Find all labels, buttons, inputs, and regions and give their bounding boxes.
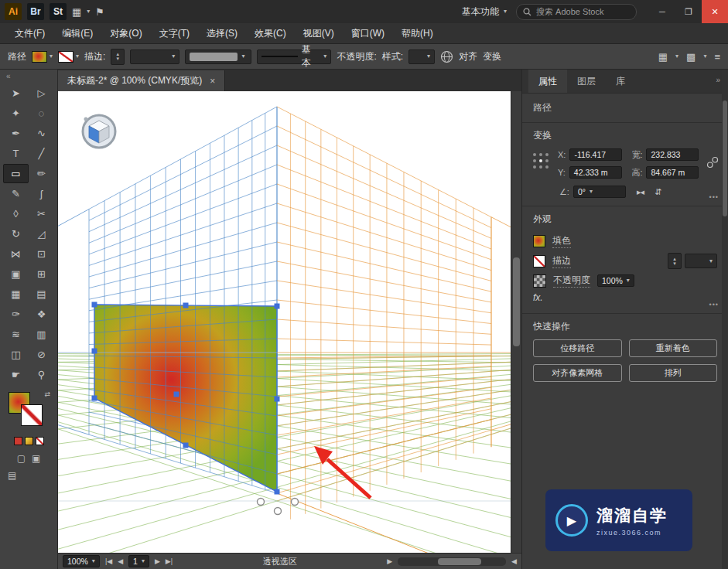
- panel-scrollbar[interactable]: [722, 70, 728, 569]
- menu-视图(V)[interactable]: 视图(V): [295, 23, 343, 43]
- collapse-tools-icon[interactable]: «: [6, 72, 11, 80]
- close-tab-icon[interactable]: ×: [210, 76, 215, 87]
- more-options-icon[interactable]: •••: [709, 193, 719, 201]
- hand-tool[interactable]: ☛: [3, 365, 29, 384]
- quick-对齐像素网格[interactable]: 对齐像素网格: [533, 364, 622, 382]
- vertical-scrollbar[interactable]: [511, 91, 521, 553]
- artboard-number-select[interactable]: 1▾: [128, 555, 149, 567]
- menu-文件(F)[interactable]: 文件(F): [6, 23, 53, 43]
- horizontal-scroll-thumb[interactable]: [438, 558, 481, 565]
- selection-anchor[interactable]: [183, 303, 189, 308]
- rectangle-tool[interactable]: ▭: [3, 164, 29, 183]
- stroke-profile-select[interactable]: 基本 ▾: [257, 49, 331, 64]
- gradient-mode-button[interactable]: [25, 437, 33, 445]
- minimize-button[interactable]: ─: [649, 0, 675, 23]
- x-position-field[interactable]: -116.417: [569, 148, 622, 161]
- first-artboard-icon[interactable]: |◀: [105, 557, 112, 565]
- mesh-tool[interactable]: ▦: [3, 284, 29, 304]
- eyedropper-tool[interactable]: ✑: [3, 305, 29, 324]
- stroke-weight-select[interactable]: ▾: [130, 49, 179, 64]
- magic-wand-tool[interactable]: ✦: [3, 104, 29, 123]
- tab-图层[interactable]: 图层: [567, 70, 606, 93]
- last-artboard-icon[interactable]: ▶|: [166, 557, 173, 565]
- zoom-level-select[interactable]: 100%▾: [63, 555, 100, 567]
- height-field[interactable]: 84.667 m: [646, 166, 699, 179]
- menu-效果(C)[interactable]: 效果(C): [246, 23, 295, 43]
- stroke-weight-stepper[interactable]: ▴▾: [111, 49, 125, 65]
- fill-color-select[interactable]: ▾: [32, 51, 53, 63]
- opacity-value-select[interactable]: 100%▾: [597, 274, 634, 287]
- appearance-stroke-swatch[interactable]: [533, 255, 545, 267]
- appearance-opacity-label[interactable]: 不透明度: [553, 274, 590, 288]
- eraser-tool[interactable]: ◊: [3, 204, 29, 223]
- selection-anchor[interactable]: [92, 396, 97, 401]
- pen-tool[interactable]: ✒: [3, 124, 29, 143]
- slice-tool[interactable]: ⊘: [29, 345, 54, 364]
- artboard-tool[interactable]: ◫: [3, 345, 29, 364]
- symbol-sprayer-tool[interactable]: ≋: [3, 325, 29, 344]
- selection-anchor[interactable]: [92, 302, 97, 308]
- lasso-tool[interactable]: ◌: [29, 104, 54, 123]
- menu-帮助(H)[interactable]: 帮助(H): [393, 23, 442, 43]
- bridge-icon[interactable]: Br: [27, 3, 44, 20]
- flip-vertical-icon[interactable]: ⇵: [655, 187, 661, 197]
- panel-scroll-thumb[interactable]: [723, 101, 727, 216]
- perspective-grid-tool[interactable]: ⊞: [29, 264, 54, 284]
- appearance-stroke-label[interactable]: 描边: [552, 254, 571, 268]
- workspace-switcher[interactable]: 基本功能 ▾: [462, 5, 507, 19]
- globe-icon[interactable]: [440, 50, 453, 63]
- stock-icon[interactable]: St: [50, 3, 67, 20]
- close-button[interactable]: ✕: [702, 0, 728, 23]
- scissors-tool[interactable]: ✂: [29, 204, 54, 223]
- blend-tool[interactable]: ❖: [29, 305, 54, 324]
- selection-anchor[interactable]: [183, 443, 189, 448]
- graphic-style-select[interactable]: ▾: [408, 49, 435, 64]
- effects-button[interactable]: fx.: [533, 292, 543, 303]
- document-tab[interactable]: 未标题-2* @ 100% (CMYK/预览) ×: [58, 70, 225, 91]
- docking-grid-icon[interactable]: ▦: [658, 51, 668, 63]
- panel-menu-icon[interactable]: ≡: [714, 51, 720, 63]
- free-transform-tool[interactable]: ⊡: [29, 244, 54, 264]
- transform-button[interactable]: 变换: [483, 50, 501, 63]
- menu-编辑(E)[interactable]: 编辑(E): [53, 23, 101, 43]
- fill-stroke-control[interactable]: ⇄: [9, 392, 49, 431]
- selection-anchor[interactable]: [275, 304, 280, 309]
- scroll-left-icon[interactable]: ◀: [511, 557, 517, 565]
- grid-plane-handle[interactable]: [275, 508, 282, 515]
- selection-anchor[interactable]: [174, 392, 179, 397]
- grid-plane-handle[interactable]: [292, 499, 299, 506]
- selected-gradient-plane[interactable]: [94, 305, 277, 492]
- tab-库[interactable]: 库: [606, 70, 635, 93]
- appearance-stroke-stepper[interactable]: ▴▾: [668, 253, 682, 269]
- paintbrush-tool[interactable]: ✏: [29, 164, 54, 183]
- menu-文字(T)[interactable]: 文字(T): [151, 23, 198, 43]
- column-graph-tool[interactable]: ▥: [29, 325, 54, 344]
- rotate-tool[interactable]: ↻: [3, 224, 29, 244]
- selection-anchor[interactable]: [275, 397, 280, 402]
- curvature-tool[interactable]: ∿: [29, 124, 54, 143]
- scale-tool[interactable]: ◿: [29, 224, 54, 244]
- link-dimensions-icon[interactable]: [706, 156, 719, 171]
- arrange-documents-icon[interactable]: ▦: [72, 6, 81, 18]
- rotation-angle-select[interactable]: 0°▾: [573, 186, 626, 198]
- screen-mode-icon[interactable]: ▤: [8, 470, 16, 481]
- line-segment-tool[interactable]: ╱: [29, 144, 54, 163]
- shape-builder-tool[interactable]: ▣: [3, 264, 29, 284]
- appearance-stroke-weight-select[interactable]: ▾: [685, 254, 717, 268]
- swap-fill-stroke-icon[interactable]: ⇄: [44, 390, 50, 398]
- quick-重新着色[interactable]: 重新着色: [629, 339, 718, 357]
- width-field[interactable]: 232.833: [646, 148, 699, 161]
- draw-normal-icon[interactable]: ▢: [17, 453, 26, 464]
- gradient-tool[interactable]: ▤: [29, 284, 54, 304]
- docking-rows-icon[interactable]: ▩: [686, 51, 696, 63]
- menu-选择(S)[interactable]: 选择(S): [198, 23, 246, 43]
- perspective-plane-widget[interactable]: [83, 115, 115, 148]
- more-options-icon[interactable]: •••: [709, 301, 719, 308]
- color-mode-button[interactable]: [14, 437, 22, 445]
- announce-icon[interactable]: ⚑: [95, 6, 104, 18]
- vertical-scroll-thumb[interactable]: [513, 257, 520, 346]
- prev-artboard-icon[interactable]: ◀: [118, 557, 123, 565]
- quick-排列[interactable]: 排列: [629, 364, 718, 382]
- pencil-tool[interactable]: ✎: [3, 184, 29, 203]
- type-tool[interactable]: T: [3, 144, 29, 163]
